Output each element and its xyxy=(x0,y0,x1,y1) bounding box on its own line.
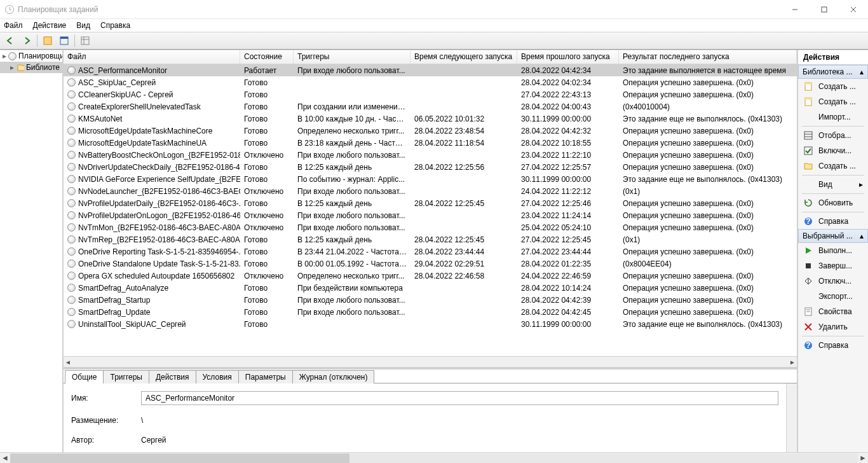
table-row[interactable]: MicrosoftEdgeUpdateTaskMachineCoreГотово… xyxy=(64,125,797,137)
details-vscroll[interactable] xyxy=(786,384,797,452)
action-item[interactable]: ?Справка xyxy=(798,338,868,353)
forward-button[interactable] xyxy=(19,34,34,48)
action-item[interactable]: Свойства xyxy=(798,304,868,319)
action-label: Справка xyxy=(818,341,848,350)
menu-file[interactable]: Файл xyxy=(4,21,23,30)
table-row[interactable]: ASC_SkipUac_СергейГотово28.04.2022 04:02… xyxy=(64,76,797,88)
table-row[interactable]: CCleanerSkipUAC - СергейГотово27.04.2022… xyxy=(64,88,797,100)
task-name: KMSAutoNet xyxy=(78,114,122,123)
table-row[interactable]: Opera GX scheduled Autoupdate 1650656802… xyxy=(64,270,797,282)
table-row[interactable]: NvTmRep_{B2FE1952-0186-46C3-BAEC-A80AA..… xyxy=(64,233,797,245)
col-state[interactable]: Состояние xyxy=(240,50,294,64)
tab-journal[interactable]: Журнал (отключен) xyxy=(292,370,375,384)
action-item[interactable]: Включи... xyxy=(798,143,868,158)
folder-icon xyxy=(17,64,24,71)
task-state: Отключено xyxy=(240,151,294,160)
action-item[interactable]: Обновить xyxy=(798,195,868,211)
table-row[interactable]: NvProfileUpdaterOnLogon_{B2FE1952-0186-4… xyxy=(64,209,797,221)
task-result: (0x8004EE04) xyxy=(619,259,797,268)
details-tabbar: Общие Триггеры Действия Условия Параметр… xyxy=(64,370,797,384)
task-next: 28.04.2022 23:48:54 xyxy=(410,127,517,135)
tab-general[interactable]: Общие xyxy=(65,370,104,384)
tab-conditions[interactable]: Условия xyxy=(196,370,239,384)
task-trigger: В 00:00 01.05.1992 - Частота по... xyxy=(294,259,410,268)
task-trigger: При входе любого пользоват... xyxy=(294,308,410,317)
action-item[interactable]: Вид▸ xyxy=(798,177,868,192)
table-row[interactable]: SmartDefrag_AutoAnalyzeГотовоПри бездейс… xyxy=(64,282,797,294)
tree-root[interactable]: ▸ Планировщи xyxy=(0,50,62,62)
table-row[interactable]: NvProfileUpdaterDaily_{B2FE1952-0186-46C… xyxy=(64,197,797,209)
task-state: Готово xyxy=(240,247,294,256)
task-next: 29.04.2022 02:29:51 xyxy=(410,259,517,268)
table-row[interactable]: UninstallTool_SkipUAC_СергейГотово30.11.… xyxy=(64,318,797,330)
maximize-button[interactable] xyxy=(810,0,839,19)
menu-view[interactable]: Вид xyxy=(76,21,90,30)
table-row[interactable]: CreateExplorerShellUnelevatedTaskГотовоП… xyxy=(64,100,797,113)
task-body[interactable]: ASC_PerformanceMonitorРаботаетПри входе … xyxy=(64,64,797,356)
table-row[interactable]: MicrosoftEdgeUpdateTaskMachineUAГотовоВ … xyxy=(64,137,797,149)
actions-section-selected[interactable]: Выбранный ... ▴ xyxy=(798,229,868,243)
input-name[interactable] xyxy=(141,391,778,405)
footer-hscroll[interactable]: ◄ ► xyxy=(0,452,868,463)
table-row[interactable]: SmartDefrag_UpdateГотовоПри входе любого… xyxy=(64,306,797,318)
tab-triggers[interactable]: Триггеры xyxy=(103,370,149,384)
svg-rect-1 xyxy=(822,7,827,12)
table-row[interactable]: NvBatteryBoostCheckOnLogon_{B2FE1952-018… xyxy=(64,149,797,161)
table-row[interactable]: ASC_PerformanceMonitorРаботаетПри входе … xyxy=(64,64,797,76)
table-row[interactable]: OneDrive Standalone Update Task-S-1-5-21… xyxy=(64,258,797,270)
action-item[interactable]: Выполн... xyxy=(798,243,868,258)
col-triggers[interactable]: Триггеры xyxy=(294,50,410,64)
col-next[interactable]: Время следующего запуска xyxy=(410,50,517,64)
table-row[interactable]: NvTmMon_{B2FE1952-0186-46C3-BAEC-A80A...… xyxy=(64,221,797,233)
table-row[interactable]: NVIDIA GeForce Experience SelfUpdate_{B2… xyxy=(64,173,797,185)
table-row[interactable]: NvDriverUpdateCheckDaily_{B2FE1952-0186-… xyxy=(64,161,797,173)
task-next: 28.04.2022 12:25:56 xyxy=(410,163,517,172)
action-item[interactable]: Экспорт... xyxy=(798,289,868,304)
action-item[interactable]: Удалить xyxy=(798,319,868,335)
col-last[interactable]: Время прошлого запуска xyxy=(517,50,619,64)
task-trigger: В 12:25 каждый день xyxy=(294,235,410,244)
back-button[interactable] xyxy=(3,34,18,48)
action-label: Импорт... xyxy=(818,113,851,121)
tree-library[interactable]: ▸ Библиоте xyxy=(0,62,62,73)
chevron-right-icon: ▸ xyxy=(859,180,863,189)
minimize-button[interactable] xyxy=(780,0,810,19)
action-item[interactable]: ?Справка xyxy=(798,214,868,229)
none-icon xyxy=(803,291,813,301)
menu-help[interactable]: Справка xyxy=(100,21,130,30)
action-item[interactable]: Создать ... xyxy=(798,79,868,94)
tab-params[interactable]: Параметры xyxy=(238,370,293,384)
action-item[interactable]: Создать ... xyxy=(798,94,868,109)
toolbar-btn-1[interactable] xyxy=(40,34,55,48)
table-hscroll[interactable]: ◄► xyxy=(64,356,797,367)
task-result: Операция успешно завершена. (0x0) xyxy=(619,284,797,293)
svg-rect-4 xyxy=(44,37,51,45)
action-item[interactable]: Импорт... xyxy=(798,109,868,125)
actions-section-library[interactable]: Библиотека ... ▴ xyxy=(798,65,868,79)
task-icon xyxy=(67,163,76,171)
task-name: NVIDIA GeForce Experience SelfUpdate_{B2… xyxy=(78,175,240,184)
table-row[interactable]: SmartDefrag_StartupГотовоПри входе любог… xyxy=(64,294,797,306)
action-item[interactable]: Заверш... xyxy=(798,258,868,273)
close-button[interactable] xyxy=(839,0,868,19)
task-icon xyxy=(67,199,76,207)
task-icon xyxy=(67,296,76,304)
tab-actions[interactable]: Действия xyxy=(149,370,196,384)
table-row[interactable]: NvNodeLauncher_{B2FE1952-0186-46C3-BAEC.… xyxy=(64,185,797,197)
table-row[interactable]: KMSAutoNetГотовоВ 10:00 каждые 10 дн. - … xyxy=(64,113,797,125)
action-item[interactable]: Отключ... xyxy=(798,273,868,289)
col-file[interactable]: Файл xyxy=(64,50,240,64)
task-icon xyxy=(67,151,76,159)
toolbar-btn-3[interactable] xyxy=(78,34,93,48)
action-item[interactable]: Отобра... xyxy=(798,128,868,143)
none-icon xyxy=(803,179,813,190)
action-item[interactable]: Создать ... xyxy=(798,158,868,174)
toolbar-btn-2[interactable] xyxy=(57,34,72,48)
task-last: 25.04.2022 05:24:10 xyxy=(517,223,619,232)
table-row[interactable]: OneDrive Reporting Task-S-1-5-21-8359469… xyxy=(64,245,797,258)
task-last: 28.04.2022 04:00:43 xyxy=(517,102,619,111)
task-last: 23.04.2022 11:22:10 xyxy=(517,151,619,160)
task-result: Это задание еще не выполнялось. (0x41303… xyxy=(619,175,797,184)
col-result[interactable]: Результат последнего запуска xyxy=(619,50,797,64)
menu-action[interactable]: Действие xyxy=(33,21,67,30)
